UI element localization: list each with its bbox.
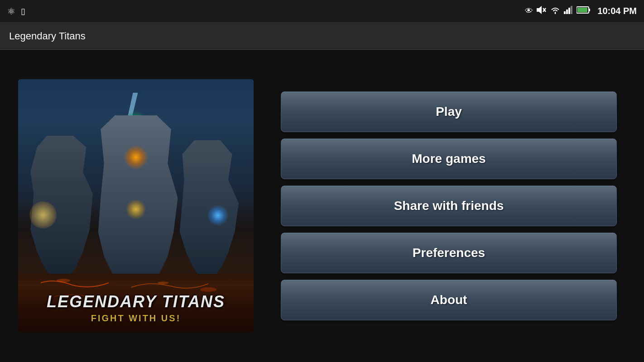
- eye-icon: 👁: [525, 6, 533, 16]
- sim-icon: ▯: [21, 6, 25, 16]
- menu-btn-about[interactable]: About: [281, 280, 617, 320]
- svg-point-10: [57, 279, 70, 282]
- banner-text-overlay: LEGENDARY TITANS FIGHT WITH US!: [18, 292, 254, 324]
- app-title: Legendary Titans: [9, 30, 86, 42]
- usb-icon: ⚛: [7, 6, 15, 17]
- banner-title: LEGENDARY TITANS: [18, 292, 254, 311]
- svg-marker-0: [537, 6, 542, 14]
- status-bar-left-icons: ⚛ ▯: [7, 6, 25, 17]
- mute-icon: [537, 6, 547, 16]
- wifi-icon: [550, 6, 560, 16]
- status-bar-right-icons: 👁: [525, 6, 637, 16]
- app-bar: Legendary Titans: [0, 23, 644, 50]
- svg-rect-5: [568, 8, 570, 14]
- signal-icon: [564, 6, 573, 16]
- game-banner: LEGENDARY TITANS FIGHT WITH US!: [18, 79, 254, 333]
- status-bar: ⚛ ▯ 👁: [0, 0, 644, 23]
- menu-btn-more-games[interactable]: More games: [281, 138, 617, 179]
- svg-rect-4: [566, 10, 568, 14]
- svg-point-12: [200, 287, 216, 292]
- menu-btn-play[interactable]: Play: [281, 91, 617, 132]
- battery-icon: [577, 6, 591, 16]
- menu-panel: PlayMore gamesShare with friendsPreferen…: [272, 91, 626, 320]
- svg-rect-9: [577, 8, 587, 12]
- svg-point-11: [158, 281, 168, 284]
- svg-rect-6: [571, 6, 572, 14]
- svg-rect-8: [589, 9, 590, 11]
- menu-btn-preferences[interactable]: Preferences: [281, 233, 617, 273]
- menu-btn-share[interactable]: Share with friends: [281, 186, 617, 226]
- warriors-scene: LEGENDARY TITANS FIGHT WITH US!: [18, 79, 254, 333]
- status-time: 10:04 PM: [597, 6, 637, 16]
- banner-subtitle: FIGHT WITH US!: [18, 313, 254, 324]
- svg-rect-3: [564, 11, 566, 14]
- main-content: LEGENDARY TITANS FIGHT WITH US! PlayMore…: [0, 50, 644, 362]
